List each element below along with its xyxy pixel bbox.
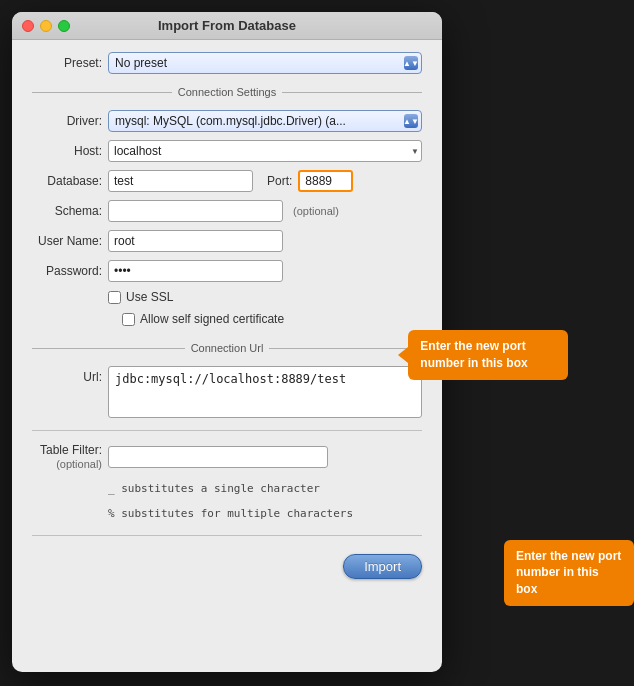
url-section-left-line [32, 348, 185, 349]
preset-select-wrapper: No preset ▲▼ [108, 52, 422, 74]
driver-label: Driver: [32, 114, 102, 128]
table-filter-label: Table Filter: (optional) [32, 443, 102, 472]
url-row: Url: jdbc:mysql://localhost:8889/test [32, 366, 422, 418]
driver-select[interactable]: mysql: MySQL (com.mysql.jdbc.Driver) (a.… [108, 110, 422, 132]
password-row: Password: [32, 260, 422, 282]
host-input-wrapper: ▼ [108, 140, 422, 162]
table-filter-row: Table Filter: (optional) [32, 443, 422, 472]
schema-input[interactable] [108, 200, 283, 222]
database-port-row: Database: Port: Enter the new port numbe… [32, 170, 422, 192]
port-input-container: Enter the new port number in this box [298, 170, 353, 192]
connection-settings-header: Connection Settings [32, 86, 422, 98]
preset-row: Preset: No preset ▲▼ [32, 52, 422, 74]
self-signed-label: Allow self signed certificate [140, 312, 284, 326]
table-filter-input[interactable] [108, 446, 328, 468]
url-textarea[interactable]: jdbc:mysql://localhost:8889/test [108, 366, 422, 418]
divider-2 [32, 535, 422, 536]
host-label: Host: [32, 144, 102, 158]
preset-label: Preset: [32, 56, 102, 70]
schema-label: Schema: [32, 204, 102, 218]
section-left-line [32, 92, 172, 93]
close-button[interactable] [22, 20, 34, 32]
password-label: Password: [32, 264, 102, 278]
driver-select-wrapper: mysql: MySQL (com.mysql.jdbc.Driver) (a.… [108, 110, 422, 132]
port-input[interactable] [298, 170, 353, 192]
use-ssl-label: Use SSL [126, 290, 173, 304]
use-ssl-checkbox[interactable] [108, 291, 121, 304]
port-label: Port: [267, 174, 292, 188]
driver-row: Driver: mysql: MySQL (com.mysql.jdbc.Dri… [32, 110, 422, 132]
username-row: User Name: [32, 230, 422, 252]
connection-settings-title: Connection Settings [178, 86, 276, 98]
traffic-lights [22, 20, 70, 32]
window-title: Import From Database [158, 18, 296, 33]
use-ssl-row: Use SSL [108, 290, 422, 304]
title-bar: Import From Database [12, 12, 442, 40]
database-label: Database: [32, 174, 102, 188]
divider-1 [32, 430, 422, 431]
password-input[interactable] [108, 260, 283, 282]
host-row: Host: ▼ [32, 140, 422, 162]
section-right-line [282, 92, 422, 93]
maximize-button[interactable] [58, 20, 70, 32]
dialog-window: Import From Database Preset: No preset ▲… [12, 12, 442, 672]
hint-multiple-chars: % substitutes for multiple characters [108, 505, 422, 523]
database-input[interactable] [108, 170, 253, 192]
username-label: User Name: [32, 234, 102, 248]
host-input[interactable] [108, 140, 422, 162]
username-input[interactable] [108, 230, 283, 252]
preset-select[interactable]: No preset [108, 52, 422, 74]
url-label: Url: [32, 366, 102, 384]
minimize-button[interactable] [40, 20, 52, 32]
connection-url-header: Connection Url [32, 342, 422, 354]
import-button[interactable]: Import [343, 554, 422, 579]
dialog-body: Preset: No preset ▲▼ Connection Settings… [12, 40, 442, 595]
schema-optional-label: (optional) [293, 205, 339, 217]
callout-tooltip: Enter the new port number in this box [408, 330, 568, 380]
connection-url-title: Connection Url [191, 342, 264, 354]
self-signed-row: Allow self signed certificate [122, 312, 422, 326]
schema-row: Schema: (optional) [32, 200, 422, 222]
self-signed-checkbox[interactable] [122, 313, 135, 326]
callout-bottom-tooltip: Enter the new port number in this box [504, 540, 634, 606]
hint-single-char: _ substitutes a single character [108, 480, 422, 498]
